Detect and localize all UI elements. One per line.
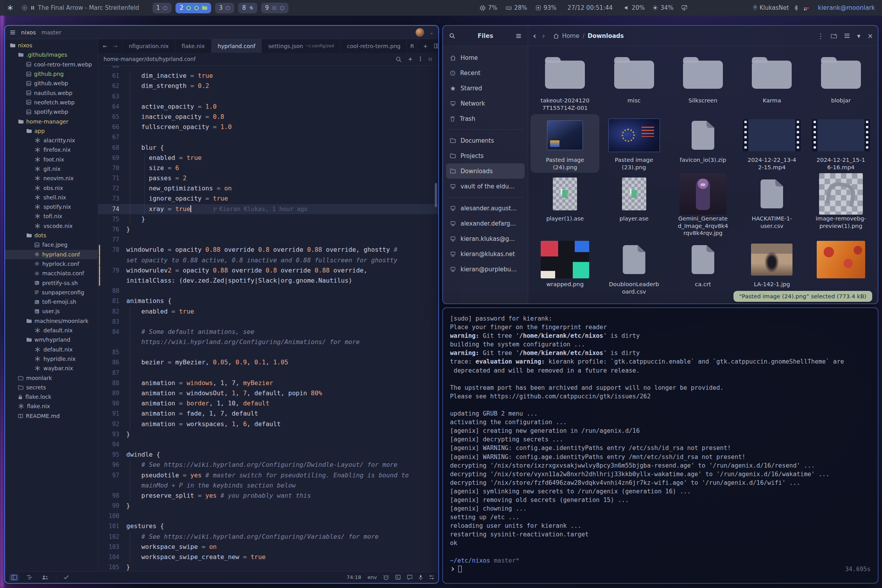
disk-stat[interactable]: 93% — [536, 4, 556, 11]
tree-item-dots[interactable]: dots — [5, 231, 98, 240]
tree-item-user.js[interactable]: JSuser.js — [5, 307, 98, 316]
file-item[interactable]: Karma — [737, 48, 806, 114]
file-item[interactable]: Silkscreen — [669, 48, 737, 114]
sidebar-item-documents[interactable]: Documents — [446, 133, 525, 148]
avatar[interactable] — [416, 28, 424, 37]
sidebar-item-network[interactable]: Network — [446, 96, 525, 111]
tailscale-icon[interactable] — [803, 5, 809, 11]
volume-stat[interactable]: 20% — [624, 4, 645, 11]
sidebar-item-kieran-klukas-net[interactable]: kieran@klukas.net — [446, 246, 525, 262]
file-item[interactable]: wrapped.png — [531, 238, 599, 302]
tree-item-sunpaperconfig[interactable]: sunpaperconfig — [5, 288, 98, 297]
search-icon[interactable] — [449, 33, 455, 39]
new-folder-icon[interactable] — [831, 33, 837, 39]
file-item[interactable]: Gemini_Generated_Image_4rqv8k4rqv8k4rqv.… — [669, 173, 737, 238]
sidebar-item-home[interactable]: Home — [446, 50, 525, 65]
file-item[interactable]: image-removebg-preview(1).png — [807, 173, 875, 238]
split-pane-icon[interactable] — [434, 43, 439, 48]
tree-item-tofi.nix[interactable]: tofi.nix — [5, 212, 98, 221]
tree-item-prettify-ss.sh[interactable]: prettify-ss.sh — [5, 278, 98, 287]
tree-item-home-manager[interactable]: home-manager — [5, 117, 98, 126]
file-item[interactable]: 2024-12-22_13-42-15.mp4 — [737, 114, 806, 173]
tree-item-flake.lock[interactable]: flake.lock — [5, 392, 98, 402]
inline-assist-icon[interactable] — [408, 57, 413, 62]
new-tab-button[interactable]: + — [423, 43, 428, 49]
tree-item-git.nix[interactable]: git.nix — [5, 164, 98, 174]
tree-item-secrets[interactable]: secrets — [5, 383, 98, 392]
pause-icon[interactable] — [31, 5, 34, 10]
editor-tab[interactable]: flake.nix — [176, 39, 212, 53]
forward-button[interactable]: → — [113, 43, 118, 49]
files-forward-button[interactable]: › — [542, 31, 545, 41]
tree-item-spotify.nix[interactable]: spotify.nix — [5, 202, 98, 212]
cursor-position[interactable]: 74:18 — [347, 574, 361, 580]
file-item[interactable]: HACKATIME-1-user.csv — [737, 173, 806, 238]
tree-item-cool-retro-term.webp[interactable]: cool-retro-term.webp — [5, 60, 98, 69]
sidebar-item-trash[interactable]: Trash — [446, 111, 525, 126]
view-options-caret-icon[interactable]: ▾ — [857, 32, 860, 40]
tree-item-neofetch.webp[interactable]: neofetch.webp — [5, 98, 98, 107]
sidebar-item-vault-of-the-eldu-[interactable]: vault of the eldu… — [446, 179, 525, 194]
file-item[interactable]: Pasted image(24).png — [531, 114, 599, 173]
tree-item-tofi-emoji.sh[interactable]: tofi-emoji.sh — [5, 297, 98, 307]
tree-item-foot.nix[interactable]: foot.nix — [5, 155, 98, 164]
editor-scrollbar[interactable] — [435, 183, 437, 207]
tree-item-neovim.nix[interactable]: neovim.nix — [5, 174, 98, 183]
editor-tab[interactable]: R — [407, 39, 418, 53]
tree-item-app[interactable]: app — [5, 126, 98, 136]
list-view-icon[interactable] — [844, 33, 850, 38]
memory-stat[interactable]: 28% — [506, 4, 527, 11]
workspace-1[interactable]: 1 — [152, 3, 172, 13]
code-editor[interactable]: 6061 dim_inactive = true62 dim_strength … — [98, 66, 438, 571]
mic-icon[interactable] — [419, 575, 423, 580]
tree-item-vscode.nix[interactable]: vscode.nix — [5, 221, 98, 231]
brightness-stat[interactable]: 34% — [653, 4, 673, 11]
workspace-3[interactable]: 3 — [215, 3, 235, 13]
sidebar-item-alesander-august-[interactable]: alesander.august… — [446, 201, 525, 216]
outline-panel-icon[interactable] — [25, 574, 34, 581]
file-item[interactable]: takeout-20241207T155714Z-001 — [531, 48, 599, 114]
sidebar-item-downloads[interactable]: Downloads — [446, 163, 525, 179]
diagnostics-check-icon[interactable] — [62, 574, 71, 581]
close-icon[interactable]: × — [868, 32, 873, 40]
tree-item-hyprland.conf[interactable]: hyprland.conf — [5, 250, 98, 259]
file-item[interactable]: player.ase — [599, 173, 668, 238]
file-item[interactable]: ca.crt — [669, 238, 737, 302]
kebab-menu-icon[interactable]: ⋮ — [817, 32, 824, 40]
bluetooth-icon[interactable] — [794, 5, 798, 11]
tree-item-nixos[interactable]: nixos — [5, 41, 98, 50]
assistant-icon[interactable] — [407, 575, 412, 580]
project-panel-toggle-icon[interactable] — [9, 574, 19, 581]
tree-item-shell.nix[interactable]: shell.nix — [5, 193, 98, 202]
sidebar-item-kieran-klukas-g-[interactable]: kieran.klukas@g… — [446, 231, 525, 246]
tree-item-alacritty.nix[interactable]: alacritty.nix — [5, 136, 98, 145]
sidebar-item-projects[interactable]: Projects — [446, 148, 525, 163]
tree-item-nautilus.webp[interactable]: nautilus.webp — [5, 88, 98, 97]
wifi-stat[interactable]: KlukasNet — [753, 4, 789, 11]
file-item[interactable]: blobjar — [807, 48, 875, 114]
nixos-menu-icon[interactable] — [7, 5, 13, 11]
tree-item-github.png[interactable]: github.png — [5, 69, 98, 79]
env-label[interactable]: env — [368, 574, 377, 580]
back-button[interactable]: ← — [103, 43, 108, 49]
settings-icon[interactable] — [429, 575, 434, 580]
tree-item-readme.md[interactable]: README.md — [5, 411, 98, 421]
workspace-8[interactable]: 8 — [238, 3, 257, 13]
tree-item-default.nix[interactable]: default.nix — [5, 345, 98, 354]
tree-item-macchiato.conf[interactable]: macchiato.conf — [5, 269, 98, 278]
app-menu-icon[interactable] — [10, 30, 16, 35]
path-home[interactable]: Home — [562, 32, 579, 39]
tree-item-face.jpeg[interactable]: face.jpeg — [5, 240, 98, 249]
workspace-2[interactable]: 2 — [176, 3, 211, 13]
cpu-stat[interactable]: 7% — [480, 4, 497, 11]
file-item[interactable]: favicon_io(3).zip — [669, 114, 737, 173]
tree-item-hypridle.nix[interactable]: hypridle.nix — [5, 354, 98, 364]
sidebar-item-recent[interactable]: Recent — [446, 65, 525, 81]
screen-share-icon[interactable] — [681, 5, 687, 11]
workspace-9[interactable]: 9 — [261, 3, 289, 13]
file-item[interactable]: player(1).ase — [531, 173, 599, 238]
file-item[interactable]: 2024-12-21_15-16-16.mp4 — [807, 114, 875, 173]
tree-item-wm-hyprland[interactable]: wm/hyprland — [5, 335, 98, 344]
file-item[interactable]: DoubloonLeaderboard.csv — [599, 238, 668, 302]
tree-item-waybar.nix[interactable]: waybar.nix — [5, 364, 98, 373]
